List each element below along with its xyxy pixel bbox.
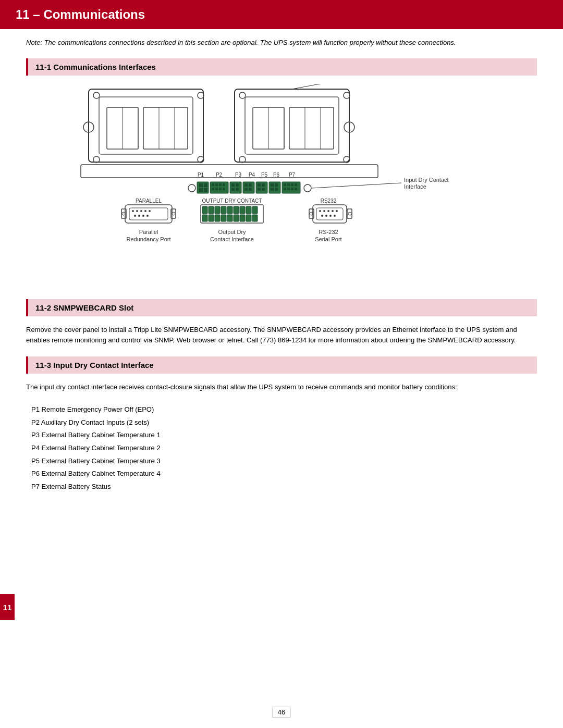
svg-rect-72 <box>291 183 293 186</box>
svg-text:Redundancy Port: Redundancy Port <box>127 236 171 242</box>
svg-rect-51 <box>236 183 239 187</box>
svg-rect-103 <box>234 206 239 214</box>
svg-rect-68 <box>275 188 278 191</box>
svg-point-91 <box>146 215 149 217</box>
list-item: P2 Auxiliary Dry Contact Inputs (2 sets) <box>31 416 537 429</box>
svg-rect-117 <box>313 205 347 223</box>
svg-rect-101 <box>221 206 226 214</box>
svg-rect-112 <box>234 215 239 221</box>
svg-text:P7: P7 <box>289 172 296 178</box>
svg-rect-55 <box>244 183 248 187</box>
list-item: P1 Remote Emergency Power Off (EPO) <box>31 403 537 416</box>
svg-rect-76 <box>291 188 293 190</box>
svg-rect-62 <box>258 188 261 191</box>
svg-rect-41 <box>212 183 214 186</box>
svg-text:Contact Interface: Contact Interface <box>210 236 254 242</box>
svg-rect-57 <box>244 188 248 191</box>
chapter-header: 11 – Communications <box>0 0 563 29</box>
svg-rect-104 <box>240 206 245 214</box>
list-item: P5 External Battery Cabinet Temperature … <box>31 455 537 468</box>
svg-point-90 <box>142 215 144 217</box>
svg-rect-106 <box>252 206 258 214</box>
svg-rect-138 <box>81 165 378 178</box>
section-11-1-header: 11-1 Communications Interfaces <box>26 58 537 76</box>
svg-point-2 <box>93 92 100 98</box>
svg-line-79 <box>311 183 401 188</box>
svg-text:P6: P6 <box>273 172 280 178</box>
svg-point-119 <box>319 210 321 212</box>
svg-rect-48 <box>223 188 225 190</box>
svg-text:Output Dry: Output Dry <box>218 229 246 235</box>
svg-rect-38 <box>199 188 203 192</box>
svg-rect-107 <box>202 215 207 221</box>
svg-rect-14 <box>245 97 339 154</box>
svg-rect-50 <box>231 183 235 187</box>
svg-rect-36 <box>199 183 203 187</box>
svg-point-78 <box>304 184 311 192</box>
svg-rect-1 <box>99 97 193 154</box>
svg-text:PARALLEL: PARALLEL <box>136 198 162 204</box>
svg-rect-74 <box>284 188 286 190</box>
svg-point-94 <box>122 212 125 215</box>
svg-point-83 <box>132 210 134 212</box>
section-11-3-header: 11-3 Input Dry Contact Interface <box>26 356 537 374</box>
chapter-tab-number: 11 <box>3 603 12 612</box>
svg-rect-70 <box>284 183 286 186</box>
svg-rect-46 <box>215 188 218 190</box>
svg-rect-111 <box>227 215 232 221</box>
list-item: P6 External Battery Cabinet Temperature … <box>31 467 537 480</box>
svg-rect-44 <box>223 183 225 186</box>
svg-rect-105 <box>246 206 251 214</box>
svg-text:Parallel: Parallel <box>139 229 158 235</box>
svg-point-130 <box>310 212 313 215</box>
svg-text:Serial Port: Serial Port <box>315 236 341 242</box>
svg-point-86 <box>144 210 146 212</box>
svg-text:P1: P1 <box>198 172 204 178</box>
svg-rect-53 <box>236 188 239 191</box>
svg-rect-13 <box>235 89 349 162</box>
svg-point-15 <box>239 92 246 98</box>
svg-rect-65 <box>271 183 274 187</box>
svg-rect-100 <box>215 206 220 214</box>
section-11-2-body: Remove the cover panel to install a Trip… <box>26 325 537 347</box>
svg-point-120 <box>323 210 325 212</box>
svg-rect-8 <box>143 107 188 149</box>
svg-rect-63 <box>262 188 265 191</box>
svg-rect-39 <box>204 188 207 192</box>
svg-rect-71 <box>287 183 290 186</box>
svg-text:RS-232: RS-232 <box>319 229 338 235</box>
svg-point-123 <box>336 210 338 212</box>
communications-diagram: SNMPWEBCARD Slot P1 P2 P3 P4 P5 P6 P7 <box>26 84 537 283</box>
svg-text:P5: P5 <box>261 172 268 178</box>
svg-rect-47 <box>219 188 222 190</box>
list-item: P4 External Battery Cabinet Temperature … <box>31 442 537 455</box>
svg-rect-109 <box>215 215 220 221</box>
chapter-title: 11 – Communications <box>16 7 145 21</box>
input-dry-contact-label-2: Interface <box>404 183 426 190</box>
svg-point-121 <box>327 210 329 212</box>
svg-rect-56 <box>249 183 252 187</box>
svg-point-87 <box>149 210 151 212</box>
svg-rect-67 <box>271 188 274 191</box>
svg-rect-60 <box>258 183 261 187</box>
svg-point-85 <box>140 210 142 212</box>
svg-rect-58 <box>249 188 252 191</box>
svg-rect-114 <box>246 215 251 221</box>
svg-text:P2: P2 <box>216 172 223 178</box>
svg-rect-75 <box>287 188 290 190</box>
page-number: 46 <box>272 707 291 718</box>
section-11-2-header: 11-2 SNMPWEBCARD Slot <box>26 299 537 316</box>
note-text: Note: The communications connections des… <box>26 38 537 48</box>
svg-point-84 <box>136 210 138 212</box>
svg-rect-102 <box>227 206 232 214</box>
svg-text:P4: P4 <box>249 172 255 178</box>
svg-rect-37 <box>204 183 207 187</box>
svg-rect-110 <box>221 215 226 221</box>
svg-rect-108 <box>209 215 214 221</box>
svg-rect-77 <box>295 188 297 190</box>
svg-point-88 <box>134 215 136 217</box>
svg-rect-81 <box>125 205 172 223</box>
svg-rect-21 <box>289 107 334 149</box>
svg-point-124 <box>321 215 323 217</box>
svg-rect-73 <box>295 183 297 186</box>
